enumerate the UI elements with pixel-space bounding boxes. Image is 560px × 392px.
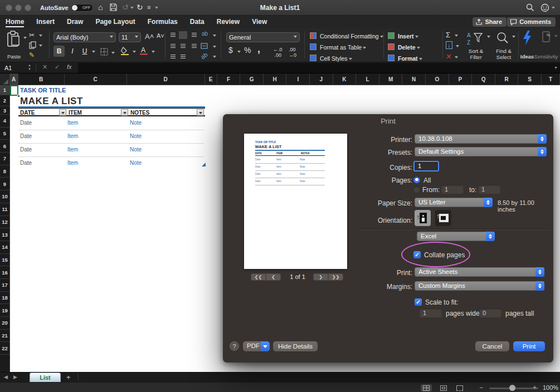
row-header-8[interactable]: 8 (0, 165, 9, 178)
paste-chevron-icon[interactable] (23, 37, 27, 39)
cell-note-row6[interactable]: Note (130, 146, 142, 153)
column-header-J[interactable]: J (310, 74, 333, 85)
printer-select[interactable]: 10.38.0.108 (415, 134, 547, 144)
merge-chevron-icon[interactable] (213, 46, 216, 48)
column-header-H[interactable]: H (264, 74, 287, 85)
search-icon[interactable] (526, 3, 534, 12)
confirm-entry-icon[interactable]: ✓ (55, 63, 60, 71)
conditional-formatting-button[interactable]: Conditional Formatting (320, 32, 392, 41)
decrease-font-icon[interactable]: A˅ (157, 32, 164, 39)
select-all-button[interactable] (0, 74, 10, 85)
align-right-icon[interactable] (192, 44, 197, 48)
clear-icon[interactable]: ✕ (446, 52, 452, 61)
row-header-11[interactable]: 11 (0, 203, 9, 216)
tab-insert[interactable]: Insert (36, 16, 55, 28)
font-size-select[interactable]: 11 (119, 32, 141, 42)
page-break-view-button[interactable] (454, 384, 465, 391)
sort-filter-chevron-icon[interactable] (487, 36, 490, 38)
sort-filter-label[interactable]: Sort &Filter (465, 48, 487, 60)
tab-formulas[interactable]: Formulas (148, 16, 178, 28)
namebox-stepper-icon[interactable]: ▲▼ (28, 63, 31, 71)
normal-view-button[interactable] (421, 384, 432, 391)
zoom-level[interactable]: 100% (543, 384, 558, 391)
cell-task-title[interactable]: TASK OR TITLE (20, 87, 66, 94)
pages-all-radio[interactable] (413, 177, 420, 183)
first-page-button[interactable]: ❮❮ (251, 273, 266, 281)
row-header-12[interactable]: 12 (0, 216, 9, 229)
delete-cells-button[interactable]: Delete (398, 43, 451, 52)
align-center-icon[interactable] (181, 44, 186, 48)
clear-chevron-icon[interactable] (455, 56, 458, 58)
zoom-slider-handle[interactable] (509, 385, 515, 391)
cell-date-row6[interactable]: Date (20, 146, 32, 153)
column-header-C[interactable]: C (65, 74, 127, 85)
underline-button[interactable]: U (79, 46, 90, 57)
font-color-icon[interactable]: A (139, 46, 148, 56)
zoom-in-button[interactable]: + (533, 384, 537, 391)
row-header-13[interactable]: 13 (0, 228, 9, 241)
align-middle-icon[interactable] (181, 33, 186, 37)
format-as-table-button[interactable]: Format as Table (320, 43, 392, 52)
column-header-S[interactable]: S (518, 74, 542, 85)
column-header-K[interactable]: K (333, 74, 357, 85)
copies-input[interactable]: 1 (413, 161, 439, 171)
insert-cells-icon[interactable] (388, 32, 395, 39)
underline-chevron-icon[interactable] (92, 51, 95, 53)
column-header-Q[interactable]: Q (472, 74, 495, 85)
account-chevron-icon[interactable] (552, 7, 555, 9)
tab-review[interactable]: Review (217, 16, 240, 28)
percent-icon[interactable]: % (244, 46, 251, 55)
increase-indent-icon[interactable] (181, 55, 186, 59)
tab-page-layout[interactable]: Page Layout (95, 16, 135, 28)
row-header-22[interactable]: 22 (0, 342, 9, 355)
tab-view[interactable]: View (252, 16, 267, 28)
hide-details-button[interactable]: Hide Details (273, 341, 318, 351)
orientation-portrait-button[interactable]: ↑ (415, 210, 431, 226)
header-notes[interactable]: NOTES (130, 110, 149, 116)
fill-icon[interactable]: ↓ (446, 41, 452, 49)
column-header-B[interactable]: B (18, 74, 65, 85)
insert-cells-button[interactable]: Insert (398, 32, 451, 41)
tab-data[interactable]: Data (190, 16, 204, 28)
row-header-10[interactable]: 10 (0, 190, 9, 203)
app-options-select[interactable]: Excel (417, 232, 495, 241)
column-header-O[interactable]: O (426, 74, 449, 85)
tab-home[interactable]: Home (6, 16, 24, 28)
wrap-text-chevron-icon[interactable] (213, 35, 216, 37)
column-header-L[interactable]: L (356, 74, 379, 85)
cell-styles-icon[interactable] (310, 55, 316, 61)
column-header-P[interactable]: P (449, 74, 473, 85)
row-header-3[interactable]: 3 (0, 106, 9, 115)
formula-bar-expand-icon[interactable]: ▼ (554, 66, 558, 70)
row-header-6[interactable]: 6 (0, 140, 9, 153)
increase-font-icon[interactable]: A˄ (145, 32, 154, 41)
pdf-menu-button[interactable]: PDF (243, 341, 270, 351)
fx-icon[interactable]: fx (67, 63, 72, 70)
cell-date-row5[interactable]: Date (20, 133, 32, 139)
cell-item-row7[interactable]: Item (67, 160, 78, 166)
paste-label[interactable]: Paste (7, 53, 21, 60)
currency-chevron-icon[interactable] (237, 51, 241, 53)
next-sheet-icon[interactable]: ▶ (13, 374, 17, 380)
cancel-button[interactable]: Cancel (475, 341, 509, 351)
page-layout-view-button[interactable] (438, 384, 449, 391)
account-icon[interactable] (540, 3, 549, 12)
increase-decimal-icon[interactable]: ←.0 .00 (273, 47, 283, 58)
tab-draw[interactable]: Draw (67, 16, 83, 28)
next-page-button[interactable]: ❯ (313, 273, 328, 281)
scale-to-fit-checkbox[interactable]: ✓ (415, 298, 422, 306)
cell-list-title[interactable]: MAKE A LIST (20, 96, 83, 107)
find-select-icon[interactable] (496, 31, 509, 45)
row-header-15[interactable]: 15 (0, 254, 9, 267)
paper-size-select[interactable]: US Letter (415, 198, 493, 207)
column-header-E[interactable]: E (205, 74, 217, 85)
row-header-7[interactable]: 7 (0, 153, 9, 165)
borders-icon[interactable] (100, 48, 108, 56)
pages-range-radio[interactable] (413, 186, 420, 193)
filter-button-notes[interactable] (197, 109, 204, 116)
align-top-icon[interactable] (171, 33, 176, 37)
print-button[interactable]: Print (513, 341, 545, 351)
autosum-chevron-icon[interactable] (455, 35, 458, 37)
cell-date-row7[interactable]: Date (20, 160, 32, 166)
row-header-20[interactable]: 20 (0, 317, 9, 330)
